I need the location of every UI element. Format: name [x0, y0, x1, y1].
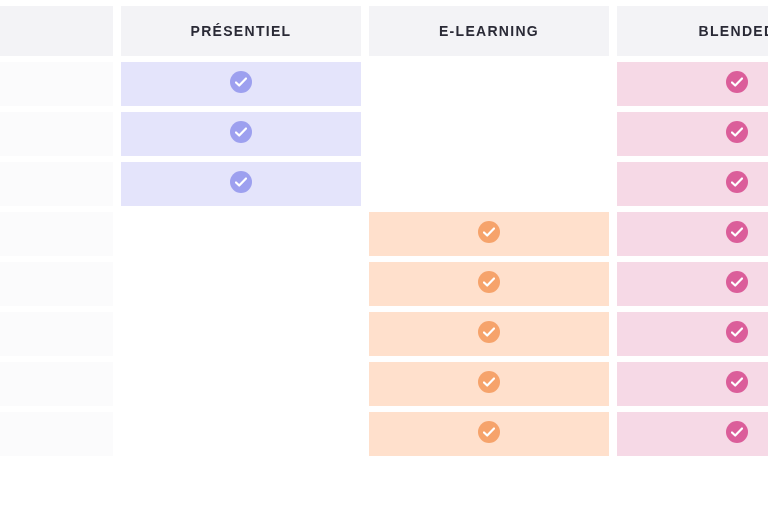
cell-presentiel — [121, 212, 361, 256]
check-icon — [726, 121, 748, 143]
table-row — [0, 112, 768, 156]
table-row: contenu — [0, 62, 768, 106]
cell-blended — [617, 62, 768, 106]
table-row — [0, 412, 768, 456]
header-elearning: E-LEARNING — [369, 6, 609, 56]
cell-presentiel — [121, 312, 361, 356]
cell-presentiel — [121, 262, 361, 306]
check-icon — [230, 121, 252, 143]
check-icon — [230, 71, 252, 93]
cell-elearning — [369, 62, 609, 106]
check-icon — [726, 171, 748, 193]
cell-blended — [617, 162, 768, 206]
table-row — [0, 312, 768, 356]
cell-elearning — [369, 412, 609, 456]
header-presentiel: PRÉSENTIEL — [121, 6, 361, 56]
check-icon — [726, 271, 748, 293]
check-icon — [726, 71, 748, 93]
check-icon — [478, 221, 500, 243]
table-row: on — [0, 262, 768, 306]
check-icon — [478, 371, 500, 393]
check-icon — [230, 171, 252, 193]
advantage-label — [0, 212, 113, 256]
header-blended: BLENDED — [617, 6, 768, 56]
check-icon — [478, 321, 500, 343]
table-row — [0, 212, 768, 256]
cell-blended — [617, 212, 768, 256]
advantage-label: on — [0, 262, 113, 306]
table-body: contenuonelle — [0, 62, 768, 456]
check-icon — [726, 371, 748, 393]
advantage-label — [0, 312, 113, 356]
advantage-label — [0, 112, 113, 156]
check-icon — [726, 421, 748, 443]
cell-presentiel — [121, 362, 361, 406]
check-icon — [478, 421, 500, 443]
advantage-label: elle — [0, 362, 113, 406]
cell-blended — [617, 112, 768, 156]
advantage-label — [0, 412, 113, 456]
advantage-label — [0, 162, 113, 206]
cell-presentiel — [121, 112, 361, 156]
cell-blended — [617, 412, 768, 456]
check-icon — [726, 221, 748, 243]
cell-presentiel — [121, 162, 361, 206]
check-icon — [726, 321, 748, 343]
cell-blended — [617, 312, 768, 356]
table-row: elle — [0, 362, 768, 406]
cell-blended — [617, 362, 768, 406]
table-row — [0, 162, 768, 206]
cell-presentiel — [121, 62, 361, 106]
cell-elearning — [369, 212, 609, 256]
cell-elearning — [369, 162, 609, 206]
header-advantages: AGES — [0, 6, 113, 56]
advantage-label: contenu — [0, 62, 113, 106]
check-icon — [478, 271, 500, 293]
cell-elearning — [369, 362, 609, 406]
cell-elearning — [369, 112, 609, 156]
comparison-table: AGES PRÉSENTIEL E-LEARNING BLENDED conte… — [0, 0, 768, 462]
cell-elearning — [369, 262, 609, 306]
cell-elearning — [369, 312, 609, 356]
cell-blended — [617, 262, 768, 306]
cell-presentiel — [121, 412, 361, 456]
